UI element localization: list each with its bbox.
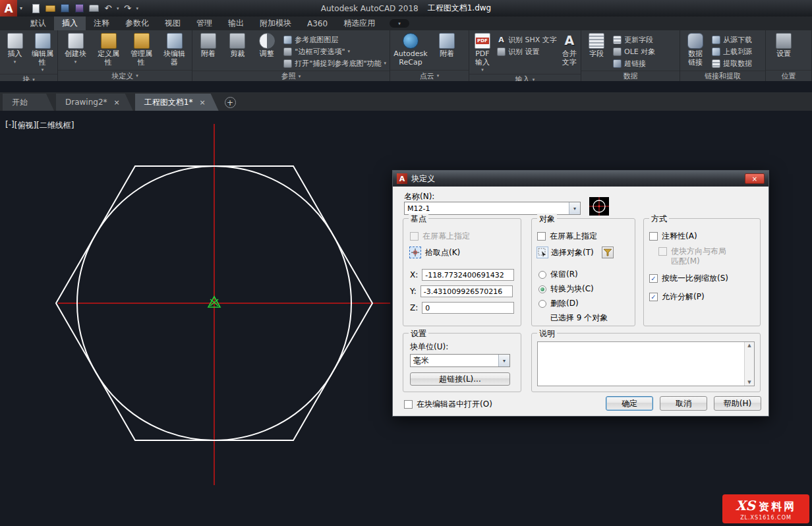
delete-radio-circle[interactable] (538, 300, 546, 308)
qa-options-caret-icon[interactable]: ▾ (136, 6, 139, 11)
viewport-view-control[interactable]: [俯视] (14, 120, 36, 131)
save-as-button[interactable] (72, 2, 86, 15)
retain-radio-circle[interactable] (538, 271, 546, 279)
allow-explode-checkbox[interactable]: 允许分解(P) (649, 291, 705, 303)
app-logo[interactable]: A (0, 0, 17, 16)
block-name-combobox[interactable]: M12-1 ▾ (404, 202, 581, 215)
uniform-scale-checkbox[interactable]: 按统一比例缩放(S) (649, 273, 728, 284)
quick-select-button[interactable] (602, 247, 614, 258)
ribbon-tab-default[interactable]: 默认 (22, 16, 54, 30)
ribbon-tab-a360[interactable]: A360 (299, 16, 335, 30)
select-objects-label[interactable]: 选择对象(T) (551, 247, 594, 258)
save-button[interactable] (58, 2, 71, 15)
annotative-checkbox[interactable]: 注释性(A) (649, 231, 697, 242)
block-name-dropdown-icon[interactable]: ▾ (569, 202, 580, 214)
frames-vary-button[interactable]: "边框可变选项" ▾ (282, 45, 388, 57)
description-textarea[interactable]: ▲ ▼ (537, 341, 755, 386)
upload-to-source-button[interactable]: 上载到源 (710, 45, 753, 57)
file-tab-drawing2[interactable]: Drawing2* × (56, 94, 133, 111)
panel-title-location[interactable]: 位置 (766, 70, 811, 81)
y-coordinate-input[interactable]: -3.431009926570216 (420, 285, 513, 297)
data-link-button[interactable]: 数据链接 (682, 32, 709, 67)
insert-block-button[interactable]: 插入 ▾ (2, 32, 28, 65)
ribbon-tab-view[interactable]: 视图 (157, 16, 188, 30)
underlay-layers-button[interactable]: 参考底图图层 (282, 34, 388, 45)
objects-specify-onscreen-checkbox[interactable]: 在屏幕上指定 (537, 231, 597, 242)
objects-specify-onscreen-box[interactable] (537, 232, 546, 241)
panel-title-block[interactable]: 块 ▾ (0, 74, 57, 81)
autodesk-recap-button[interactable]: Autodesk ReCap (392, 32, 429, 67)
base-specify-onscreen-checkbox[interactable]: 在屏幕上指定 (410, 231, 470, 242)
define-attributes-button[interactable]: 定义属性 (93, 32, 124, 67)
file-tab-doc1[interactable]: 工程图文档1* × (135, 94, 219, 111)
scroll-down-icon[interactable]: ▼ (747, 380, 751, 385)
app-menu-caret-icon[interactable]: ▾ (17, 5, 25, 11)
uniform-scale-box[interactable] (649, 274, 658, 283)
attach-button[interactable]: 附着 (194, 32, 221, 59)
ribbon-tab-manage[interactable]: 管理 (188, 16, 220, 30)
hyperlink-button[interactable]: 超链接 (612, 57, 656, 69)
ribbon-tab-annotate[interactable]: 注释 (86, 16, 117, 30)
ok-button[interactable]: 确定 (606, 396, 653, 411)
panel-title-import[interactable]: 输入 ▾ (469, 74, 581, 81)
scroll-up-icon[interactable]: ▲ (747, 343, 751, 348)
convert-to-block-radio-circle[interactable] (538, 285, 546, 293)
panel-title-data[interactable]: 数据 (581, 71, 680, 81)
file-tab-start[interactable]: 开始 (3, 94, 54, 111)
x-coordinate-input[interactable]: -118.7732400691432 (422, 269, 514, 281)
description-scrollbar[interactable]: ▲ ▼ (744, 342, 754, 386)
panel-title-link-extract[interactable]: 链接和提取 (680, 71, 765, 81)
cancel-button[interactable]: 取消 (660, 396, 707, 411)
adjust-button[interactable]: 调整 (253, 32, 280, 59)
block-unit-value[interactable]: 毫米 (411, 355, 498, 366)
annotative-box[interactable] (649, 232, 658, 241)
match-orientation-box[interactable] (658, 247, 667, 256)
undo-caret-icon[interactable]: ▾ (117, 6, 119, 11)
panel-title-block-definition[interactable]: 块定义 ▾ (58, 70, 192, 81)
panel-title-reference[interactable]: 参照 ▾ (192, 71, 390, 81)
field-button[interactable]: 字段 (583, 32, 610, 59)
convert-to-block-radio[interactable]: 转换为块(C) (538, 283, 594, 295)
delete-radio[interactable]: 删除(D) (538, 298, 579, 309)
ribbon-tab-parametric[interactable]: 参数化 (117, 16, 157, 30)
block-unit-dropdown-icon[interactable]: ▾ (498, 355, 509, 366)
create-block-button[interactable]: 创建块 ▾ (60, 32, 91, 65)
edit-attribute-button[interactable]: 编辑属性 ▾ (30, 32, 55, 73)
recognition-settings-button[interactable]: 识别 设置 (496, 45, 558, 57)
open-in-block-editor-checkbox[interactable]: 在块编辑器中打开(O) (404, 399, 492, 410)
ribbon-tab-addins[interactable]: 附加模块 (252, 16, 299, 30)
dialog-close-button[interactable]: × (745, 173, 765, 184)
block-editor-button[interactable]: 块编辑器 (159, 32, 190, 67)
select-objects-icon[interactable] (536, 247, 548, 258)
panel-title-point-cloud[interactable]: 点云 ▾ (390, 70, 469, 81)
ribbon-tab-output[interactable]: 输出 (220, 16, 252, 30)
point-cloud-attach-button[interactable]: 附着 (431, 32, 463, 59)
dialog-titlebar[interactable]: A 块定义 × (393, 171, 768, 187)
clip-button[interactable]: 剪裁 (223, 32, 250, 59)
ribbon-tab-featured-apps[interactable]: 精选应用 (335, 16, 383, 30)
ribbon-display-toggle[interactable]: ▾ (390, 19, 409, 28)
manage-attributes-button[interactable]: 管理属性 (126, 32, 157, 67)
recognize-shx-button[interactable]: A 识别 SHX 文字 (496, 34, 558, 45)
open-in-block-editor-box[interactable] (404, 400, 413, 409)
block-name-value[interactable]: M12-1 (405, 202, 569, 214)
update-fields-button[interactable]: 更新字段 (612, 34, 656, 45)
new-drawing-tab-button[interactable]: + (225, 97, 236, 108)
retain-radio[interactable]: 保留(R) (538, 269, 578, 280)
undo-button[interactable]: ↶ (102, 2, 115, 15)
match-orientation-checkbox[interactable]: 使块方向与布局匹配(M) (658, 247, 726, 266)
snap-to-underlay-button[interactable]: 打开"捕捉到参考底图"功能 ▾ (282, 57, 388, 69)
plot-button[interactable] (87, 2, 100, 15)
pick-point-button[interactable]: 拾取点(K) (409, 247, 460, 258)
location-settings-button[interactable]: 设置 (768, 32, 799, 59)
extract-data-button[interactable]: 提取数据 (710, 57, 753, 69)
block-unit-combobox[interactable]: 毫米 ▾ (410, 354, 510, 367)
new-file-button[interactable] (29, 2, 42, 15)
file-tab-doc1-close-icon[interactable]: × (199, 98, 205, 107)
z-coordinate-input[interactable]: 0 (422, 302, 514, 314)
hyperlink-dialog-button[interactable]: 超链接(L)... (410, 372, 510, 386)
ribbon-tab-insert[interactable]: 插入 (54, 16, 86, 30)
base-specify-onscreen-box[interactable] (410, 232, 419, 241)
redo-button[interactable]: ↷ (121, 2, 134, 15)
file-tab-drawing2-close-icon[interactable]: × (114, 98, 120, 107)
